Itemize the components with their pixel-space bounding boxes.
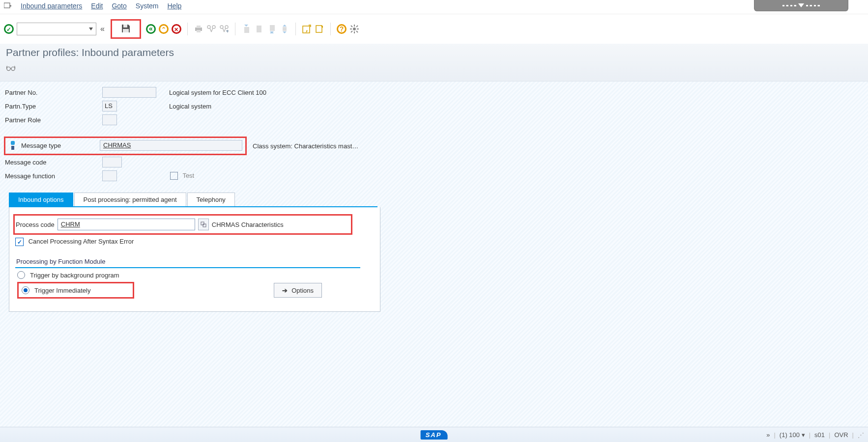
partner-role-input[interactable] — [102, 114, 117, 125]
tab-strip: Inbound options Post processing: permitt… — [9, 193, 377, 207]
options-button-label: Options — [291, 287, 314, 294]
test-label: Test — [182, 172, 194, 179]
back-button[interactable] — [146, 24, 156, 34]
help-button[interactable] — [337, 24, 347, 34]
create-session-icon[interactable] — [302, 24, 312, 34]
svg-rect-11 — [316, 26, 322, 32]
partn-type-input[interactable]: LS — [102, 101, 117, 111]
title-band: Partner profiles: Inbound parameters — [0, 44, 868, 82]
svg-point-22 — [11, 67, 15, 70]
find-next-icon[interactable] — [219, 24, 229, 34]
form-area: Partner No. Logical system for ECC Clien… — [0, 82, 868, 427]
last-page-icon[interactable] — [280, 24, 289, 34]
svg-rect-9 — [283, 27, 287, 31]
sap-logo: SAP — [421, 430, 448, 440]
message-code-input[interactable] — [102, 157, 122, 167]
status-mode: OVR — [834, 431, 848, 439]
status-bar: SAP » | (1) 100 ▾ | s01 | OVR | ⋰ — [0, 427, 868, 442]
message-type-input[interactable]: CHRMAS — [100, 140, 242, 151]
cancel-processing-checkbox[interactable] — [15, 238, 24, 246]
toolbar: « — [0, 14, 868, 44]
svg-line-20 — [356, 26, 358, 27]
svg-rect-4 — [197, 26, 201, 28]
partn-type-label: Partn.Type — [4, 103, 98, 110]
radio-trigger-immediately-label: Trigger Immediately — [34, 287, 90, 294]
svg-rect-5 — [197, 30, 201, 32]
settings-icon[interactable] — [349, 24, 359, 34]
message-type-desc: Class system: Characteristics mast… — [251, 142, 358, 150]
process-code-highlight: Process code CHRM CHRMAS Characteristics — [13, 214, 352, 235]
svg-rect-6 — [244, 27, 249, 33]
partner-no-input[interactable] — [102, 87, 156, 98]
svg-rect-1 — [123, 25, 127, 28]
exit-button[interactable] — [159, 24, 169, 34]
docking-widget[interactable] — [754, 0, 848, 11]
status-system: s01 — [814, 431, 825, 439]
menu-help[interactable]: Help — [167, 2, 181, 10]
menu-bar: Inbound parameters Edit Goto System Help — [0, 0, 868, 14]
svg-point-12 — [353, 28, 356, 30]
message-type-icon — [9, 141, 16, 150]
tab-inbound-options[interactable]: Inbound options — [9, 193, 73, 206]
save-highlight-box — [111, 19, 141, 39]
tab-panel-inbound: Process code CHRM CHRMAS Characteristics… — [9, 207, 380, 312]
partner-role-label: Partner Role — [4, 116, 98, 124]
menu-goto[interactable]: Goto — [112, 2, 126, 10]
find-icon[interactable] — [206, 24, 216, 34]
svg-rect-7 — [257, 26, 261, 32]
message-code-label: Message code — [4, 159, 98, 166]
shortcut-icon[interactable] — [315, 24, 324, 34]
svg-rect-24 — [203, 224, 206, 227]
message-type-highlight: Message type CHRMAS — [4, 137, 247, 155]
radio-trigger-background[interactable] — [17, 271, 25, 279]
process-code-desc: CHRMAS Characteristics — [212, 221, 284, 228]
message-function-input[interactable] — [102, 170, 117, 181]
svg-rect-2 — [123, 29, 129, 32]
message-type-label: Message type — [21, 142, 95, 149]
command-field[interactable] — [17, 23, 96, 35]
process-code-f4-button[interactable] — [198, 219, 209, 230]
svg-point-21 — [7, 67, 10, 70]
arrow-right-icon — [282, 287, 288, 294]
partner-no-label: Partner No. — [4, 89, 98, 96]
first-page-icon[interactable] — [241, 24, 251, 34]
process-code-label: Process code — [16, 221, 55, 228]
status-expand[interactable]: » — [766, 431, 770, 439]
status-resize-handle[interactable]: ⋰ — [858, 431, 863, 439]
tab-post-processing[interactable]: Post processing: permitted agent — [74, 193, 186, 206]
menu-toggle-icon[interactable] — [4, 2, 12, 10]
process-code-input[interactable]: CHRM — [58, 219, 195, 230]
next-page-icon[interactable] — [267, 24, 277, 34]
svg-line-18 — [356, 31, 358, 32]
enter-button[interactable] — [4, 24, 14, 34]
svg-rect-23 — [201, 222, 204, 225]
test-checkbox[interactable] — [170, 172, 178, 180]
cancel-processing-label: Cancel Processing After Syntax Error — [29, 238, 134, 245]
message-function-label: Message function — [4, 172, 98, 180]
menu-inbound-parameters[interactable]: Inbound parameters — [21, 2, 82, 10]
svg-line-19 — [351, 31, 352, 32]
radio-trigger-background-label: Trigger by background program — [30, 272, 119, 279]
menu-system[interactable]: System — [136, 2, 159, 10]
glasses-icon[interactable] — [6, 63, 16, 73]
save-button[interactable] — [120, 23, 132, 34]
menu-edit[interactable]: Edit — [91, 2, 103, 10]
svg-rect-0 — [4, 3, 10, 8]
tab-telephony[interactable]: Telephony — [187, 193, 235, 206]
svg-rect-8 — [270, 25, 275, 31]
radio-immediate-highlight: Trigger Immediately — [17, 282, 134, 299]
svg-line-17 — [351, 26, 352, 27]
page-title: Partner profiles: Inbound parameters — [6, 47, 862, 58]
partner-no-desc: Logical system for ECC Client 100 — [160, 89, 266, 96]
collapse-icon[interactable]: « — [99, 25, 106, 33]
options-button[interactable]: Options — [274, 283, 322, 298]
print-icon[interactable] — [194, 24, 203, 34]
radio-trigger-immediately[interactable] — [22, 286, 29, 294]
partn-type-desc: Logical system — [121, 103, 211, 110]
prev-page-icon[interactable] — [254, 24, 264, 34]
cancel-button[interactable] — [172, 24, 181, 34]
status-session[interactable]: (1) 100 ▾ — [780, 431, 805, 439]
processing-group-title: Processing by Function Module — [15, 257, 360, 268]
